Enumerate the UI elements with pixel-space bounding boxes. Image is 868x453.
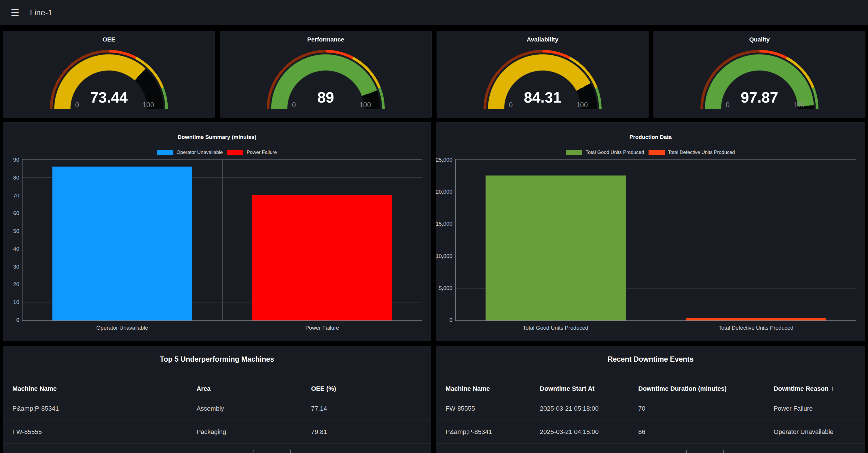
- panel-downtime-summary: Downtime Summary (minutes) Operator Unav…: [3, 122, 431, 341]
- plot-area: [22, 159, 422, 321]
- cell-area: Packaging: [196, 428, 311, 436]
- x-axis-labels: Operator Unavailable Power Failure: [22, 325, 422, 331]
- bar-total-defective-units: [686, 318, 826, 321]
- legend-swatch: [157, 150, 174, 155]
- table-row: FW-85555 2025-03-21 05:18:00 70 Power Fa…: [436, 397, 865, 420]
- chart-area: 25,00020,00015,00010,0005,0000: [440, 159, 856, 321]
- column-header-sorted[interactable]: Downtime Reason ↑: [774, 385, 856, 392]
- menu-icon[interactable]: ☰: [6, 7, 24, 19]
- panel-oee: OEE 73.44 0 100: [3, 31, 215, 118]
- gauge-min-label: 0: [75, 101, 79, 109]
- panel-top5-machines: Top 5 Underperforming Machines Machine N…: [3, 346, 431, 453]
- gauge-min-label: 0: [292, 101, 296, 109]
- panel-availability: Availability 84.31 0 100: [437, 31, 649, 118]
- legend-label: Total Defective Units Produced: [668, 150, 735, 155]
- gauge-max-label: 100: [576, 101, 588, 109]
- column-header[interactable]: OEE (%): [311, 385, 422, 392]
- legend-label: Total Good Units Produced: [586, 150, 644, 155]
- legend-item[interactable]: Operator Unavailable: [157, 150, 223, 155]
- gauge-min-label: 0: [726, 101, 730, 109]
- category-divider: [222, 159, 223, 321]
- cell-downtime-duration: 86: [638, 428, 774, 436]
- availability-gauge: 84.31 0 100: [484, 50, 601, 109]
- cell-downtime-reason: Operator Unavailable: [774, 428, 856, 436]
- cell-machine-name: FW-85555: [445, 405, 540, 412]
- panel-title: Top 5 Underperforming Machines: [3, 355, 431, 363]
- table-header-row: Machine Name Area OEE (%): [3, 381, 431, 397]
- legend-swatch: [227, 150, 243, 155]
- panel-title: Recent Downtime Events: [436, 355, 865, 363]
- legend-swatch: [566, 150, 582, 155]
- gauge-max-label: 100: [360, 101, 371, 109]
- panel-recent-downtime-events: Recent Downtime Events Machine Name Down…: [436, 346, 865, 453]
- x-tick-label: Total Defective Units Produced: [656, 325, 856, 331]
- legend-label: Operator Unavailable: [177, 150, 223, 155]
- column-header[interactable]: Machine Name: [12, 385, 196, 392]
- bar-power-failure: [252, 195, 392, 321]
- cell-area: Assembly: [196, 405, 311, 412]
- panel-title: Performance: [220, 36, 431, 43]
- bar-total-good-units: [486, 176, 626, 321]
- top-nav: ☰ Line-1: [0, 0, 868, 25]
- oee-gauge: 73.44 0 100: [50, 50, 168, 109]
- cell-downtime-start: 2025-03-21 04:15:00: [540, 428, 639, 436]
- legend-swatch: [649, 150, 665, 155]
- plot-area: [455, 159, 856, 321]
- sort-ascending-icon: ↑: [831, 385, 834, 392]
- performance-gauge: 89 0 100: [267, 50, 385, 109]
- column-header-label: Downtime Reason: [774, 385, 829, 392]
- chart-legend: Total Good Units Produced Total Defectiv…: [436, 150, 865, 155]
- column-header[interactable]: Downtime Start At: [540, 385, 639, 392]
- quality-gauge: 97.87 0 100: [701, 50, 818, 109]
- dashboard-title: Line-1: [30, 8, 53, 17]
- panel-title: Downtime Summary (minutes): [3, 134, 431, 140]
- gauge-max-label: 100: [793, 101, 805, 109]
- cell-oee: 79.81: [311, 428, 422, 436]
- cell-machine-name: P&amp;P-85341: [12, 405, 196, 412]
- table-row: FW-85555 Packaging 79.81: [3, 420, 431, 444]
- x-tick-label: Total Good Units Produced: [455, 325, 656, 331]
- cell-downtime-reason: Power Failure: [774, 405, 856, 412]
- y-axis-labels: 25,00020,00015,00010,0005,0000: [440, 157, 455, 323]
- bar-operator-unavailable: [53, 167, 192, 321]
- table-row: P&amp;P-85341 Assembly 77.14: [3, 397, 431, 420]
- x-tick-label: Operator Unavailable: [22, 325, 222, 331]
- panel-performance: Performance 89 0 100: [220, 31, 432, 118]
- panel-quality: Quality 97.87 0 100: [653, 31, 865, 118]
- column-header[interactable]: Downtime Duration (minutes): [638, 385, 774, 392]
- chart-legend: Operator Unavailable Power Failure: [3, 150, 431, 155]
- cell-machine-name: P&amp;P-85341: [445, 428, 540, 436]
- y-axis-labels: 9080706050403020100: [7, 157, 22, 323]
- events-table: Machine Name Downtime Start At Downtime …: [436, 381, 865, 444]
- legend-item[interactable]: Total Good Units Produced: [566, 150, 644, 155]
- legend-item[interactable]: Total Defective Units Produced: [649, 150, 735, 155]
- legend-label: Power Failure: [247, 150, 277, 155]
- legend-item[interactable]: Power Failure: [227, 150, 277, 155]
- x-tick-label: Power Failure: [222, 325, 423, 331]
- cell-downtime-duration: 70: [638, 405, 774, 412]
- cell-downtime-start: 2025-03-21 05:18:00: [540, 405, 639, 412]
- panel-title: Availability: [437, 36, 648, 43]
- category-divider: [656, 159, 656, 321]
- x-axis-labels: Total Good Units Produced Total Defectiv…: [455, 325, 856, 331]
- pagination-button[interactable]: [686, 449, 724, 453]
- column-header[interactable]: Machine Name: [445, 385, 540, 392]
- top5-table: Machine Name Area OEE (%) P&amp;P-85341 …: [3, 381, 431, 444]
- table-row: P&amp;P-85341 2025-03-21 04:15:00 86 Ope…: [436, 420, 865, 444]
- gauge-min-label: 0: [509, 101, 513, 109]
- panel-production-data: Production Data Total Good Units Produce…: [436, 122, 865, 341]
- cell-machine-name: FW-85555: [12, 428, 196, 436]
- column-header[interactable]: Area: [196, 385, 311, 392]
- table-header-row: Machine Name Downtime Start At Downtime …: [436, 381, 865, 397]
- gauge-max-label: 100: [143, 101, 154, 109]
- panel-title: OEE: [3, 36, 215, 43]
- pagination-button[interactable]: [253, 449, 290, 453]
- panel-title: Production Data: [436, 134, 865, 140]
- chart-area: 9080706050403020100: [7, 159, 422, 321]
- cell-oee: 77.14: [311, 405, 422, 412]
- panel-title: Quality: [654, 36, 865, 43]
